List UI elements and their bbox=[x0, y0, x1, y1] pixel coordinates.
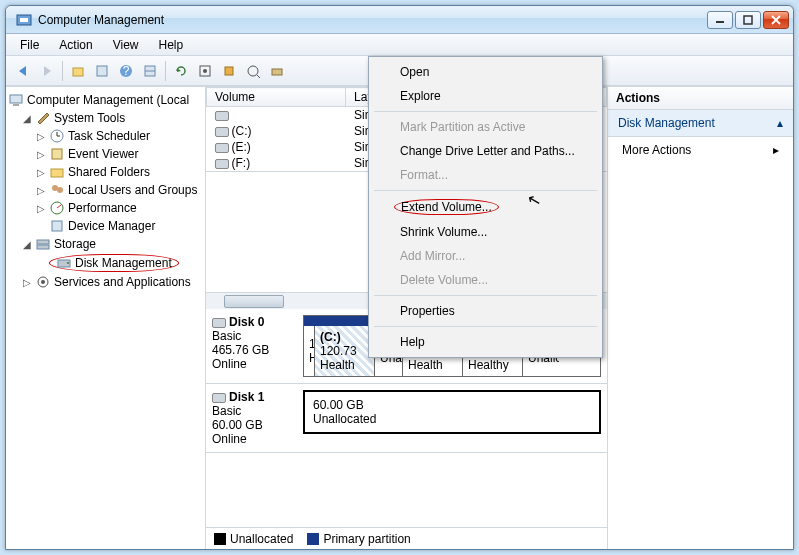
cm-mark-active: Mark Partition as Active bbox=[372, 115, 599, 139]
cm-change-letter[interactable]: Change Drive Letter and Paths... bbox=[372, 139, 599, 163]
drive-icon bbox=[215, 159, 229, 169]
action-button-2[interactable] bbox=[242, 60, 264, 82]
maximize-button[interactable] bbox=[735, 11, 761, 29]
svg-rect-3 bbox=[744, 16, 752, 24]
cm-help[interactable]: Help bbox=[372, 330, 599, 354]
tree-services[interactable]: ▷ Services and Applications bbox=[22, 273, 203, 291]
tree-task-scheduler[interactable]: ▷Task Scheduler bbox=[36, 127, 203, 145]
svg-rect-7 bbox=[97, 66, 107, 76]
cm-open[interactable]: Open bbox=[372, 60, 599, 84]
tree-label: Device Manager bbox=[68, 219, 155, 233]
back-button[interactable] bbox=[12, 60, 34, 82]
action-button-1[interactable] bbox=[218, 60, 240, 82]
collapse-icon[interactable]: ◢ bbox=[22, 239, 32, 250]
actions-category[interactable]: Disk Management ▴ bbox=[608, 110, 793, 137]
scrollbar-thumb[interactable] bbox=[224, 295, 284, 308]
collapse-icon[interactable]: ◢ bbox=[22, 113, 32, 124]
svg-rect-6 bbox=[73, 68, 83, 76]
expand-icon[interactable]: ▷ bbox=[36, 149, 46, 160]
partition[interactable]: (C:)120.73Health bbox=[315, 326, 375, 376]
titlebar: Computer Management bbox=[6, 6, 793, 34]
svg-text:?: ? bbox=[123, 64, 130, 78]
expand-icon[interactable]: ▷ bbox=[22, 277, 32, 288]
services-icon bbox=[35, 274, 51, 290]
folder-icon bbox=[49, 164, 65, 180]
users-icon bbox=[49, 182, 65, 198]
expand-icon[interactable]: ▷ bbox=[36, 203, 46, 214]
help-button-toolbar[interactable]: ? bbox=[115, 60, 137, 82]
minimize-button[interactable] bbox=[707, 11, 733, 29]
app-icon bbox=[16, 12, 32, 28]
settings-button[interactable] bbox=[194, 60, 216, 82]
cm-explore[interactable]: Explore bbox=[372, 84, 599, 108]
view-button[interactable] bbox=[139, 60, 161, 82]
col-volume[interactable]: Volume bbox=[207, 88, 346, 107]
up-button[interactable] bbox=[67, 60, 89, 82]
menu-help[interactable]: Help bbox=[151, 36, 192, 54]
menu-view[interactable]: View bbox=[105, 36, 147, 54]
tree-storage[interactable]: ◢ Storage bbox=[22, 235, 203, 253]
toolbar-separator bbox=[165, 61, 166, 81]
actions-pane: Actions Disk Management ▴ More Actions ▸ bbox=[608, 87, 793, 549]
expand-icon[interactable]: ▷ bbox=[36, 131, 46, 142]
tree-device-manager[interactable]: Device Manager bbox=[36, 217, 203, 235]
svg-rect-18 bbox=[10, 95, 22, 103]
device-icon bbox=[49, 218, 65, 234]
tree-shared-folders[interactable]: ▷Shared Folders bbox=[36, 163, 203, 181]
disk-row: Disk 1 Basic60.00 GBOnline 60.00 GBUnall… bbox=[206, 384, 607, 453]
menu-separator bbox=[374, 326, 597, 327]
collapse-icon: ▴ bbox=[777, 116, 783, 130]
menubar: File Action View Help bbox=[6, 34, 793, 56]
svg-rect-1 bbox=[20, 18, 28, 22]
tree-label: Event Viewer bbox=[68, 147, 138, 161]
close-button[interactable] bbox=[763, 11, 789, 29]
highlight-marker: Extend Volume... bbox=[394, 199, 499, 215]
expand-icon[interactable]: ▷ bbox=[36, 167, 46, 178]
tree-label: Storage bbox=[54, 237, 96, 251]
computer-icon bbox=[8, 92, 24, 108]
perf-icon bbox=[49, 200, 65, 216]
tree-root[interactable]: Computer Management (Local bbox=[8, 91, 203, 109]
tools-icon bbox=[35, 110, 51, 126]
actions-category-label: Disk Management bbox=[618, 116, 715, 130]
menu-separator bbox=[374, 190, 597, 191]
tree-label: Performance bbox=[68, 201, 137, 215]
partition[interactable]: 1H bbox=[304, 326, 315, 376]
cm-format: Format... bbox=[372, 163, 599, 187]
svg-rect-19 bbox=[13, 104, 19, 106]
cm-add-mirror: Add Mirror... bbox=[372, 244, 599, 268]
disk-info: Disk 0 Basic465.76 GBOnline bbox=[212, 315, 297, 377]
action-button-3[interactable] bbox=[266, 60, 288, 82]
properties-button[interactable] bbox=[91, 60, 113, 82]
window-title: Computer Management bbox=[38, 13, 164, 27]
storage-icon bbox=[35, 236, 51, 252]
actions-more[interactable]: More Actions ▸ bbox=[608, 137, 793, 163]
tree-disk-management[interactable]: Disk Management bbox=[36, 253, 203, 273]
forward-button[interactable] bbox=[36, 60, 58, 82]
disk-info: Disk 1 Basic60.00 GBOnline bbox=[212, 390, 297, 446]
partition[interactable]: 60.00 GBUnallocated bbox=[303, 390, 601, 434]
svg-rect-30 bbox=[37, 245, 49, 249]
tree-system-tools[interactable]: ◢ System Tools bbox=[22, 109, 203, 127]
cm-shrink-volume[interactable]: Shrink Volume... bbox=[372, 220, 599, 244]
svg-point-32 bbox=[67, 262, 69, 264]
tree-event-viewer[interactable]: ▷Event Viewer bbox=[36, 145, 203, 163]
legend-unallocated: Unallocated bbox=[214, 532, 293, 546]
svg-line-16 bbox=[257, 75, 260, 78]
cm-extend-volume[interactable]: Extend Volume... bbox=[372, 194, 599, 220]
refresh-button[interactable] bbox=[170, 60, 192, 82]
svg-rect-29 bbox=[37, 240, 49, 244]
cm-properties[interactable]: Properties bbox=[372, 299, 599, 323]
tree-local-users[interactable]: ▷Local Users and Groups bbox=[36, 181, 203, 199]
menu-separator bbox=[374, 295, 597, 296]
tree-label: Services and Applications bbox=[54, 275, 191, 289]
expand-icon[interactable]: ▷ bbox=[36, 185, 46, 196]
drive-icon bbox=[215, 143, 229, 153]
event-icon bbox=[49, 146, 65, 162]
navigation-tree: Computer Management (Local ◢ System Tool… bbox=[6, 87, 206, 549]
context-menu: Open Explore Mark Partition as Active Ch… bbox=[368, 56, 603, 358]
tree-performance[interactable]: ▷Performance bbox=[36, 199, 203, 217]
cm-delete-volume: Delete Volume... bbox=[372, 268, 599, 292]
menu-action[interactable]: Action bbox=[51, 36, 100, 54]
menu-file[interactable]: File bbox=[12, 36, 47, 54]
